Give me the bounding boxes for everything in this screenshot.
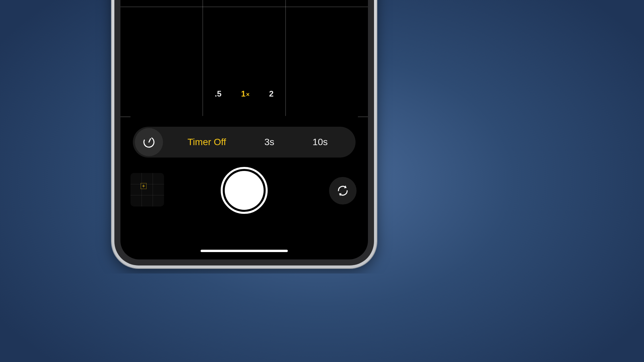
timer-icon	[142, 135, 156, 149]
timer-option-10s[interactable]: 10s	[313, 137, 328, 147]
timer-options: Timer Off 3s 10s	[163, 137, 356, 147]
grid-line-vertical	[285, 0, 286, 116]
flip-camera-icon	[335, 183, 350, 198]
camera-screen: .5 1× 2 Timer Off	[120, 0, 368, 259]
flip-camera-button[interactable]	[329, 177, 357, 204]
last-photo-thumbnail[interactable]	[130, 173, 164, 206]
grid-line-vertical	[203, 0, 203, 116]
grid-line-segment	[120, 117, 130, 117]
grid-line-segment	[358, 117, 368, 117]
phone-bezel: .5 1× 2 Timer Off	[114, 0, 374, 265]
phone-frame: .5 1× 2 Timer Off	[112, 0, 377, 268]
zoom-x-suffix: ×	[246, 91, 250, 98]
zoom-option-0_5x[interactable]: .5	[215, 89, 222, 99]
bottom-controls	[120, 166, 368, 220]
grid-line-horizontal	[120, 7, 368, 7]
zoom-selector[interactable]: .5 1× 2	[215, 89, 274, 99]
focus-indicator-icon	[141, 183, 147, 189]
home-indicator[interactable]	[201, 250, 288, 252]
shutter-inner	[225, 171, 264, 210]
shutter-button[interactable]	[221, 167, 268, 214]
timer-option-3s[interactable]: 3s	[264, 137, 274, 147]
zoom-option-2x[interactable]: 2	[269, 89, 274, 99]
zoom-option-1x[interactable]: 1×	[241, 89, 250, 99]
timer-panel: Timer Off 3s 10s	[133, 127, 356, 158]
zoom-option-label: 1	[241, 89, 246, 98]
svg-line-1	[149, 139, 151, 142]
timer-option-off[interactable]: Timer Off	[187, 137, 226, 147]
timer-icon-button[interactable]	[135, 128, 163, 156]
